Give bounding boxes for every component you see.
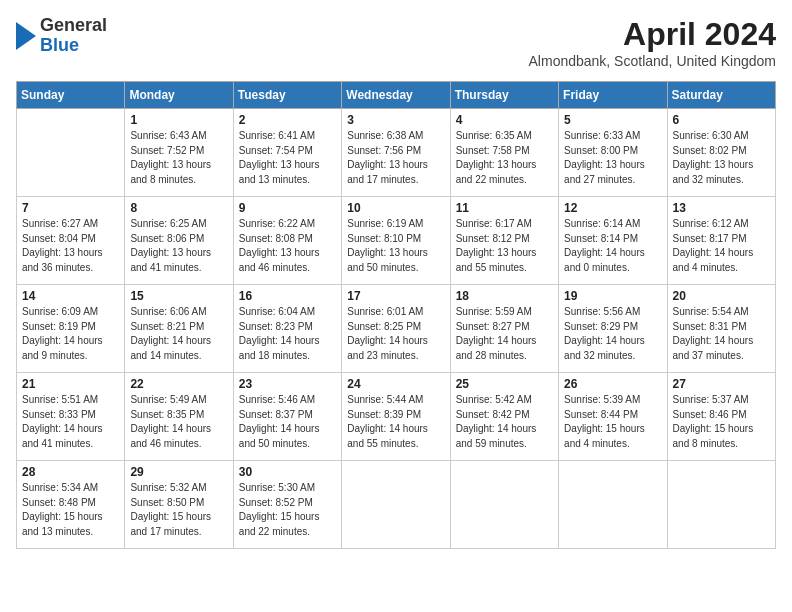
day-detail: Sunrise: 6:43 AMSunset: 7:52 PMDaylight:… bbox=[130, 129, 227, 187]
day-detail: Sunrise: 6:19 AMSunset: 8:10 PMDaylight:… bbox=[347, 217, 444, 275]
day-of-week-header: Saturday bbox=[667, 82, 775, 109]
calendar-cell: 28Sunrise: 5:34 AMSunset: 8:48 PMDayligh… bbox=[17, 461, 125, 549]
calendar-cell: 25Sunrise: 5:42 AMSunset: 8:42 PMDayligh… bbox=[450, 373, 558, 461]
calendar-cell: 17Sunrise: 6:01 AMSunset: 8:25 PMDayligh… bbox=[342, 285, 450, 373]
day-detail: Sunrise: 6:38 AMSunset: 7:56 PMDaylight:… bbox=[347, 129, 444, 187]
day-detail: Sunrise: 6:01 AMSunset: 8:25 PMDaylight:… bbox=[347, 305, 444, 363]
day-number: 26 bbox=[564, 377, 661, 391]
day-number: 3 bbox=[347, 113, 444, 127]
calendar-cell: 6Sunrise: 6:30 AMSunset: 8:02 PMDaylight… bbox=[667, 109, 775, 197]
day-detail: Sunrise: 6:27 AMSunset: 8:04 PMDaylight:… bbox=[22, 217, 119, 275]
calendar-cell: 8Sunrise: 6:25 AMSunset: 8:06 PMDaylight… bbox=[125, 197, 233, 285]
day-number: 28 bbox=[22, 465, 119, 479]
calendar-cell: 10Sunrise: 6:19 AMSunset: 8:10 PMDayligh… bbox=[342, 197, 450, 285]
calendar-cell bbox=[559, 461, 667, 549]
day-number: 18 bbox=[456, 289, 553, 303]
day-number: 24 bbox=[347, 377, 444, 391]
day-number: 2 bbox=[239, 113, 336, 127]
week-row: 7Sunrise: 6:27 AMSunset: 8:04 PMDaylight… bbox=[17, 197, 776, 285]
day-number: 17 bbox=[347, 289, 444, 303]
day-detail: Sunrise: 5:54 AMSunset: 8:31 PMDaylight:… bbox=[673, 305, 770, 363]
day-of-week-header: Thursday bbox=[450, 82, 558, 109]
calendar-cell: 24Sunrise: 5:44 AMSunset: 8:39 PMDayligh… bbox=[342, 373, 450, 461]
calendar-cell: 4Sunrise: 6:35 AMSunset: 7:58 PMDaylight… bbox=[450, 109, 558, 197]
day-number: 22 bbox=[130, 377, 227, 391]
day-detail: Sunrise: 6:06 AMSunset: 8:21 PMDaylight:… bbox=[130, 305, 227, 363]
day-detail: Sunrise: 6:33 AMSunset: 8:00 PMDaylight:… bbox=[564, 129, 661, 187]
calendar-cell: 26Sunrise: 5:39 AMSunset: 8:44 PMDayligh… bbox=[559, 373, 667, 461]
day-of-week-header: Monday bbox=[125, 82, 233, 109]
calendar-cell: 29Sunrise: 5:32 AMSunset: 8:50 PMDayligh… bbox=[125, 461, 233, 549]
day-number: 23 bbox=[239, 377, 336, 391]
calendar-cell bbox=[342, 461, 450, 549]
calendar-cell: 13Sunrise: 6:12 AMSunset: 8:17 PMDayligh… bbox=[667, 197, 775, 285]
calendar-cell: 15Sunrise: 6:06 AMSunset: 8:21 PMDayligh… bbox=[125, 285, 233, 373]
day-detail: Sunrise: 5:44 AMSunset: 8:39 PMDaylight:… bbox=[347, 393, 444, 451]
day-number: 8 bbox=[130, 201, 227, 215]
calendar-cell: 20Sunrise: 5:54 AMSunset: 8:31 PMDayligh… bbox=[667, 285, 775, 373]
day-of-week-header: Friday bbox=[559, 82, 667, 109]
day-of-week-header: Tuesday bbox=[233, 82, 341, 109]
calendar-cell: 19Sunrise: 5:56 AMSunset: 8:29 PMDayligh… bbox=[559, 285, 667, 373]
day-number: 16 bbox=[239, 289, 336, 303]
day-detail: Sunrise: 5:39 AMSunset: 8:44 PMDaylight:… bbox=[564, 393, 661, 451]
day-detail: Sunrise: 5:30 AMSunset: 8:52 PMDaylight:… bbox=[239, 481, 336, 539]
day-number: 15 bbox=[130, 289, 227, 303]
calendar-cell: 5Sunrise: 6:33 AMSunset: 8:00 PMDaylight… bbox=[559, 109, 667, 197]
calendar-cell: 1Sunrise: 6:43 AMSunset: 7:52 PMDaylight… bbox=[125, 109, 233, 197]
title-block: April 2024 Almondbank, Scotland, United … bbox=[529, 16, 776, 69]
day-number: 20 bbox=[673, 289, 770, 303]
day-detail: Sunrise: 5:46 AMSunset: 8:37 PMDaylight:… bbox=[239, 393, 336, 451]
day-number: 9 bbox=[239, 201, 336, 215]
day-detail: Sunrise: 6:25 AMSunset: 8:06 PMDaylight:… bbox=[130, 217, 227, 275]
day-detail: Sunrise: 6:30 AMSunset: 8:02 PMDaylight:… bbox=[673, 129, 770, 187]
day-detail: Sunrise: 5:56 AMSunset: 8:29 PMDaylight:… bbox=[564, 305, 661, 363]
day-number: 19 bbox=[564, 289, 661, 303]
calendar-cell: 11Sunrise: 6:17 AMSunset: 8:12 PMDayligh… bbox=[450, 197, 558, 285]
calendar-cell: 14Sunrise: 6:09 AMSunset: 8:19 PMDayligh… bbox=[17, 285, 125, 373]
day-number: 1 bbox=[130, 113, 227, 127]
day-number: 11 bbox=[456, 201, 553, 215]
week-row: 1Sunrise: 6:43 AMSunset: 7:52 PMDaylight… bbox=[17, 109, 776, 197]
calendar-cell: 9Sunrise: 6:22 AMSunset: 8:08 PMDaylight… bbox=[233, 197, 341, 285]
day-number: 21 bbox=[22, 377, 119, 391]
day-number: 12 bbox=[564, 201, 661, 215]
day-number: 10 bbox=[347, 201, 444, 215]
month-title: April 2024 bbox=[529, 16, 776, 53]
calendar-cell: 16Sunrise: 6:04 AMSunset: 8:23 PMDayligh… bbox=[233, 285, 341, 373]
day-detail: Sunrise: 5:49 AMSunset: 8:35 PMDaylight:… bbox=[130, 393, 227, 451]
calendar-table: SundayMondayTuesdayWednesdayThursdayFrid… bbox=[16, 81, 776, 549]
day-detail: Sunrise: 6:35 AMSunset: 7:58 PMDaylight:… bbox=[456, 129, 553, 187]
day-number: 29 bbox=[130, 465, 227, 479]
day-detail: Sunrise: 6:12 AMSunset: 8:17 PMDaylight:… bbox=[673, 217, 770, 275]
day-number: 27 bbox=[673, 377, 770, 391]
calendar-cell bbox=[450, 461, 558, 549]
week-row: 14Sunrise: 6:09 AMSunset: 8:19 PMDayligh… bbox=[17, 285, 776, 373]
calendar-cell: 23Sunrise: 5:46 AMSunset: 8:37 PMDayligh… bbox=[233, 373, 341, 461]
day-detail: Sunrise: 5:59 AMSunset: 8:27 PMDaylight:… bbox=[456, 305, 553, 363]
day-number: 6 bbox=[673, 113, 770, 127]
day-number: 14 bbox=[22, 289, 119, 303]
day-detail: Sunrise: 5:42 AMSunset: 8:42 PMDaylight:… bbox=[456, 393, 553, 451]
day-detail: Sunrise: 5:34 AMSunset: 8:48 PMDaylight:… bbox=[22, 481, 119, 539]
location-subtitle: Almondbank, Scotland, United Kingdom bbox=[529, 53, 776, 69]
day-detail: Sunrise: 6:09 AMSunset: 8:19 PMDaylight:… bbox=[22, 305, 119, 363]
svg-marker-0 bbox=[16, 22, 36, 50]
day-detail: Sunrise: 5:51 AMSunset: 8:33 PMDaylight:… bbox=[22, 393, 119, 451]
calendar-cell: 12Sunrise: 6:14 AMSunset: 8:14 PMDayligh… bbox=[559, 197, 667, 285]
logo-blue-text: Blue bbox=[40, 36, 107, 56]
day-number: 4 bbox=[456, 113, 553, 127]
day-of-week-header: Wednesday bbox=[342, 82, 450, 109]
week-row: 28Sunrise: 5:34 AMSunset: 8:48 PMDayligh… bbox=[17, 461, 776, 549]
calendar-cell: 30Sunrise: 5:30 AMSunset: 8:52 PMDayligh… bbox=[233, 461, 341, 549]
day-number: 30 bbox=[239, 465, 336, 479]
calendar-cell: 18Sunrise: 5:59 AMSunset: 8:27 PMDayligh… bbox=[450, 285, 558, 373]
day-detail: Sunrise: 5:37 AMSunset: 8:46 PMDaylight:… bbox=[673, 393, 770, 451]
calendar-cell bbox=[667, 461, 775, 549]
logo: General Blue bbox=[16, 16, 107, 56]
calendar-cell: 7Sunrise: 6:27 AMSunset: 8:04 PMDaylight… bbox=[17, 197, 125, 285]
week-row: 21Sunrise: 5:51 AMSunset: 8:33 PMDayligh… bbox=[17, 373, 776, 461]
calendar-cell: 3Sunrise: 6:38 AMSunset: 7:56 PMDaylight… bbox=[342, 109, 450, 197]
day-of-week-header: Sunday bbox=[17, 82, 125, 109]
page-header: General Blue April 2024 Almondbank, Scot… bbox=[16, 16, 776, 69]
